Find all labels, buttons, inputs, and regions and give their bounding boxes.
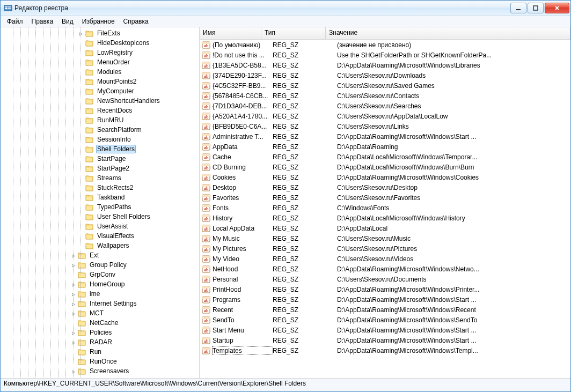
- tree-node[interactable]: MenuOrder: [3, 57, 199, 67]
- expand-icon[interactable]: ▷: [70, 339, 77, 345]
- tree-node[interactable]: Wallpapers: [3, 241, 199, 250]
- value-row[interactable]: {56784854-C6CB...REG_SZC:\Users\Skesov.r…: [200, 91, 570, 101]
- tree-node[interactable]: ▷RADAR: [3, 337, 199, 347]
- value-row[interactable]: Local AppDataREG_SZD:\AppData\Local: [200, 223, 570, 233]
- tree-node[interactable]: ▷Group Policy: [3, 260, 199, 270]
- value-row[interactable]: FontsREG_SZC:\Windows\Fonts: [200, 203, 570, 213]
- expand-icon[interactable]: [78, 204, 84, 210]
- expand-icon[interactable]: [78, 69, 84, 75]
- value-row[interactable]: My MusicREG_SZC:\Users\Skesov.ru\Music: [200, 233, 570, 243]
- expand-icon[interactable]: ▷: [70, 310, 77, 316]
- menu-edit[interactable]: Правка: [27, 17, 58, 26]
- expand-icon[interactable]: [78, 107, 84, 114]
- tree-node[interactable]: StuckRects2: [3, 183, 199, 193]
- value-row[interactable]: {BFB9D5E0-C6A...REG_SZC:\Users\Skesov.ru…: [200, 121, 570, 131]
- value-row[interactable]: Administrative T...REG_SZD:\AppData\Roam…: [200, 131, 570, 142]
- tree-node[interactable]: StartPage: [3, 154, 199, 164]
- tree-node[interactable]: ▷HomeGroup: [3, 279, 199, 289]
- tree-node[interactable]: MountPoints2: [3, 77, 199, 86]
- expand-icon[interactable]: [78, 59, 84, 65]
- menu-view[interactable]: Вид: [57, 17, 78, 26]
- tree-node[interactable]: MyComputer: [3, 86, 199, 96]
- value-row[interactable]: {4C5C32FF-BB9...REG_SZC:\Users\Skesov.ru…: [200, 80, 570, 91]
- expand-icon[interactable]: ▷: [70, 281, 77, 287]
- value-row[interactable]: TemplatesREG_SZD:\AppData\Roaming\Micros…: [200, 345, 570, 356]
- value-row[interactable]: NetHoodREG_SZD:\AppData\Roaming\Microsof…: [200, 264, 570, 274]
- expand-icon[interactable]: [78, 175, 84, 181]
- expand-icon[interactable]: ▷: [70, 368, 77, 374]
- value-row[interactable]: HistoryREG_SZD:\AppData\Local\Microsoft\…: [200, 213, 570, 223]
- tree-node[interactable]: ▷ime: [3, 289, 199, 299]
- tree-node[interactable]: Modules: [3, 67, 199, 77]
- value-row[interactable]: CD BurningREG_SZD:\AppData\Local\Microso…: [200, 162, 570, 172]
- expand-icon[interactable]: [70, 358, 77, 365]
- expand-icon[interactable]: ▷: [70, 262, 77, 268]
- expand-icon[interactable]: ▷: [70, 300, 77, 307]
- col-header-name[interactable]: Имя: [200, 27, 261, 39]
- menu-help[interactable]: Справка: [119, 17, 153, 26]
- value-row[interactable]: FavoritesREG_SZC:\Users\Skesov.ru\Favori…: [200, 193, 570, 203]
- menu-file[interactable]: Файл: [3, 17, 27, 26]
- expand-icon[interactable]: [78, 242, 84, 249]
- tree-pane[interactable]: ▷FileExtsHideDesktopIconsLowRegistryMenu…: [1, 27, 200, 378]
- expand-icon[interactable]: [78, 194, 84, 201]
- value-row[interactable]: AppDataREG_SZD:\AppData\Roaming: [200, 142, 570, 152]
- tree-node[interactable]: VisualEffects: [3, 231, 199, 241]
- tree-node[interactable]: StartPage2: [3, 164, 199, 173]
- tree-node[interactable]: Run: [3, 347, 199, 357]
- tree-node[interactable]: Streams: [3, 173, 199, 183]
- tree-node[interactable]: ▷Internet Settings: [3, 299, 199, 308]
- expand-icon[interactable]: ▷: [70, 329, 77, 336]
- titlebar[interactable]: Редактор реестра: [1, 1, 570, 16]
- expand-icon[interactable]: [70, 349, 77, 355]
- value-list[interactable]: (По умолчанию)REG_SZ(значение не присвое…: [200, 40, 570, 378]
- tree-node[interactable]: ▷Policies: [3, 328, 199, 337]
- tree-node[interactable]: RunMRU: [3, 115, 199, 125]
- value-row[interactable]: StartupREG_SZD:\AppData\Roaming\Microsof…: [200, 335, 570, 345]
- expand-icon[interactable]: [78, 146, 84, 152]
- expand-icon[interactable]: [78, 49, 84, 56]
- expand-icon[interactable]: ▷: [70, 252, 77, 258]
- value-row[interactable]: (По умолчанию)REG_SZ(значение не присвое…: [200, 40, 570, 50]
- expand-icon[interactable]: [78, 136, 84, 143]
- value-row[interactable]: CacheREG_SZD:\AppData\Local\Microsoft\Wi…: [200, 152, 570, 162]
- value-row[interactable]: SendToREG_SZD:\AppData\Roaming\Microsoft…: [200, 315, 570, 325]
- expand-icon[interactable]: [78, 117, 84, 123]
- expand-icon[interactable]: [70, 320, 77, 326]
- tree-node[interactable]: RecentDocs: [3, 106, 199, 115]
- expand-icon[interactable]: [78, 223, 84, 230]
- tree-node[interactable]: NewShortcutHandlers: [3, 96, 199, 106]
- tree-node[interactable]: Shell Folders: [3, 144, 199, 154]
- value-row[interactable]: {A520A1A4-1780...REG_SZC:\Users\Skesov.r…: [200, 111, 570, 121]
- col-header-type[interactable]: Тип: [261, 27, 326, 39]
- tree-node[interactable]: UserAssist: [3, 221, 199, 231]
- expand-icon[interactable]: [78, 213, 84, 220]
- tree-node[interactable]: HideDesktopIcons: [3, 38, 199, 48]
- menu-favorites[interactable]: Избранное: [78, 17, 119, 26]
- value-row[interactable]: {7D1D3A04-DEB...REG_SZC:\Users\Skesov.ru…: [200, 101, 570, 111]
- tree-node[interactable]: TypedPaths: [3, 202, 199, 212]
- expand-icon[interactable]: [78, 233, 84, 239]
- expand-icon[interactable]: [70, 271, 77, 278]
- expand-icon[interactable]: [78, 78, 84, 85]
- value-row[interactable]: DesktopREG_SZC:\Users\Skesov.ru\Desktop: [200, 182, 570, 193]
- expand-icon[interactable]: [78, 40, 84, 46]
- tree-node[interactable]: GrpConv: [3, 270, 199, 279]
- expand-icon[interactable]: [78, 88, 84, 94]
- value-row[interactable]: My VideoREG_SZC:\Users\Skesov.ru\Videos: [200, 254, 570, 264]
- tree-node[interactable]: NetCache: [3, 318, 199, 328]
- expand-icon[interactable]: ▷: [78, 30, 84, 36]
- tree-node[interactable]: ▷FileExts: [3, 28, 199, 38]
- tree-node[interactable]: ▷MCT: [3, 308, 199, 318]
- value-row[interactable]: PersonalREG_SZC:\Users\Skesov.ru\Documen…: [200, 274, 570, 284]
- tree-node[interactable]: Taskband: [3, 193, 199, 202]
- value-row[interactable]: CookiesREG_SZD:\AppData\Roaming\Microsof…: [200, 172, 570, 182]
- close-button[interactable]: [545, 3, 569, 13]
- tree-node[interactable]: LowRegistry: [3, 48, 199, 57]
- minimize-button[interactable]: [510, 3, 526, 13]
- value-row[interactable]: Start MenuREG_SZD:\AppData\Roaming\Micro…: [200, 325, 570, 335]
- col-header-value[interactable]: Значение: [326, 27, 570, 39]
- expand-icon[interactable]: [78, 127, 84, 133]
- value-row[interactable]: ProgramsREG_SZD:\AppData\Roaming\Microso…: [200, 294, 570, 305]
- value-row[interactable]: My PicturesREG_SZC:\Users\Skesov.ru\Pict…: [200, 243, 570, 254]
